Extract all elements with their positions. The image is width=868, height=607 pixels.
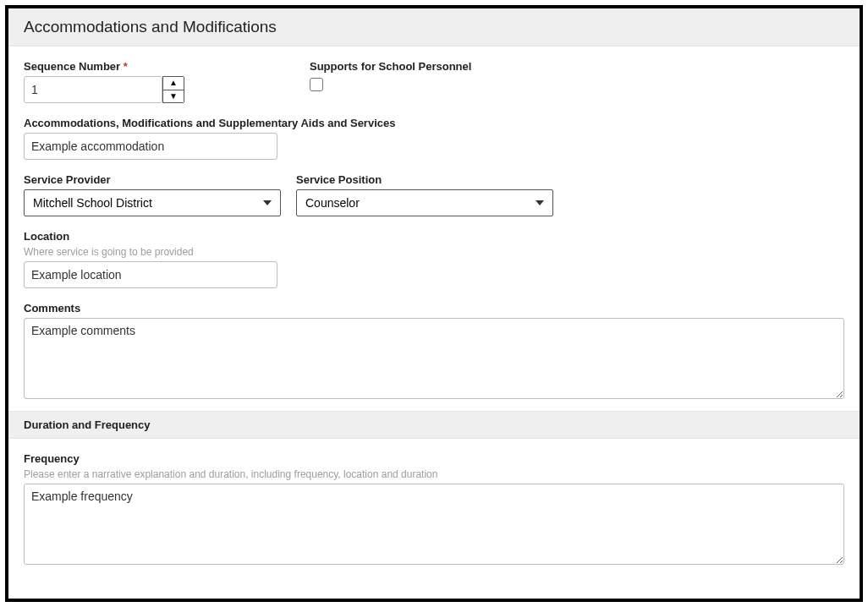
frequency-helper: Please enter a narrative explanation and…	[24, 468, 844, 480]
comments-field: Comments	[24, 302, 844, 399]
supports-checkbox[interactable]	[310, 78, 323, 91]
frequency-label: Frequency	[24, 452, 844, 465]
comments-label: Comments	[24, 302, 844, 314]
supports-field: Supports for School Personnel	[310, 60, 471, 91]
duration-title: Duration and Frequency	[24, 418, 151, 431]
form-body: Sequence Number * ▲ ▼ Supports for Schoo…	[8, 46, 860, 411]
required-indicator: *	[124, 60, 128, 73]
service-provider-select[interactable]: Mitchell School District	[24, 189, 281, 216]
duration-body: Frequency Please enter a narrative expla…	[8, 439, 860, 568]
service-position-field: Service Position Counselor	[296, 173, 553, 216]
chevron-down-icon	[536, 200, 544, 205]
section-header: Accommodations and Modifications	[8, 8, 860, 46]
location-label: Location	[24, 230, 277, 243]
aids-label: Accommodations, Modifications and Supple…	[24, 117, 844, 129]
service-position-label: Service Position	[296, 173, 553, 186]
form-container: Accommodations and Modifications Sequenc…	[5, 5, 863, 602]
frequency-textarea[interactable]	[24, 484, 844, 565]
sequence-number-stepper[interactable]: ▲ ▼	[24, 76, 184, 103]
step-down-button[interactable]: ▼	[163, 90, 184, 103]
section-title: Accommodations and Modifications	[24, 18, 277, 36]
frequency-field: Frequency Please enter a narrative expla…	[24, 452, 844, 565]
aids-field: Accommodations, Modifications and Supple…	[24, 117, 844, 160]
duration-subheader: Duration and Frequency	[8, 411, 860, 439]
step-up-button[interactable]: ▲	[163, 77, 184, 90]
service-position-select[interactable]: Counselor	[296, 189, 553, 216]
service-provider-label: Service Provider	[24, 173, 281, 186]
sequence-number-field: Sequence Number * ▲ ▼	[24, 60, 294, 103]
supports-label: Supports for School Personnel	[310, 60, 471, 73]
location-helper: Where service is going to be provided	[24, 246, 277, 258]
aids-input[interactable]	[24, 133, 277, 160]
service-position-value: Counselor	[305, 196, 360, 210]
location-field: Location Where service is going to be pr…	[24, 230, 277, 288]
sequence-number-label: Sequence Number *	[24, 60, 294, 73]
service-provider-field: Service Provider Mitchell School Distric…	[24, 173, 281, 216]
comments-textarea[interactable]	[24, 318, 844, 399]
chevron-down-icon	[263, 200, 272, 205]
sequence-number-input[interactable]	[24, 76, 162, 103]
service-provider-value: Mitchell School District	[33, 196, 152, 210]
location-input[interactable]	[24, 261, 277, 288]
stepper-buttons: ▲ ▼	[162, 76, 184, 103]
